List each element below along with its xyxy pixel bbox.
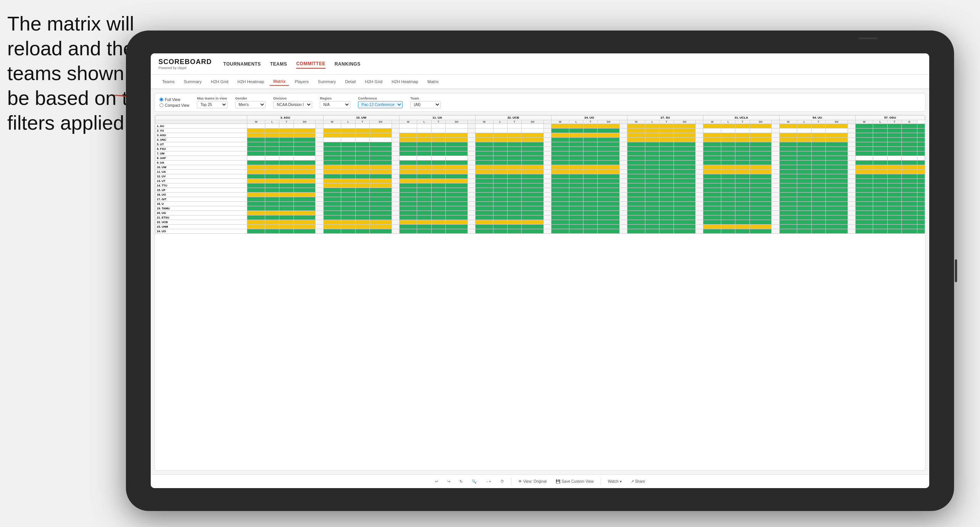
matrix-cell (507, 202, 521, 206)
matrix-cell (721, 170, 735, 174)
matrix-cell (569, 202, 583, 206)
watch-btn[interactable]: Watch ▾ (606, 478, 624, 485)
matrix-cell (659, 165, 674, 170)
matrix-cell (627, 156, 645, 161)
matrix-cell (659, 197, 674, 202)
matrix-cell (703, 129, 721, 133)
matrix-cell (475, 225, 493, 229)
nav-tournaments[interactable]: TOURNAMENTS (223, 60, 261, 68)
nav-rankings[interactable]: RANKINGS (335, 60, 361, 68)
col-spacer (620, 138, 627, 142)
subnav-h2h-heatmap-1[interactable]: H2H Heatmap (234, 78, 268, 85)
matrix-cell (355, 129, 369, 133)
matrix-cell (779, 161, 797, 165)
matrix-cell (825, 220, 848, 225)
matrix-cell (779, 220, 797, 225)
conference-select[interactable]: Pac-12 Conference (358, 101, 403, 108)
sub-l9: L (873, 120, 887, 124)
matrix-cell (475, 179, 493, 183)
col-spacer (772, 156, 779, 161)
full-view-radio[interactable]: Full View (160, 98, 189, 102)
matrix-cell (797, 229, 811, 234)
matrix-cell (247, 133, 265, 138)
matrix-area[interactable]: 3. ASU 10. UW 11. UA 22. UCB 24. UO 27. … (155, 115, 925, 471)
team-select[interactable]: (All) (410, 101, 441, 108)
full-view-input[interactable] (160, 98, 163, 101)
matrix-cell (598, 220, 620, 225)
subnav-summary-1[interactable]: Summary (180, 78, 205, 85)
subnav-h2h-grid-2[interactable]: H2H Grid (361, 78, 386, 85)
zoom-out-btn[interactable]: 🔍- (469, 478, 480, 485)
division-label: Division (273, 96, 312, 100)
nav-committee[interactable]: COMMITTEE (296, 59, 326, 69)
matrix-cell (750, 206, 772, 211)
save-custom-btn[interactable]: 💾 Save Custom View (553, 478, 596, 485)
matrix-cell (583, 179, 598, 183)
matrix-cell (873, 142, 887, 147)
subnav-teams[interactable]: Teams (158, 78, 178, 85)
matrix-cell (369, 129, 392, 133)
col-spacer (543, 211, 551, 215)
col-spacer (543, 170, 551, 174)
matrix-cell (645, 220, 659, 225)
matrix-cell-last (917, 197, 925, 202)
matrix-cell (279, 151, 293, 156)
save-custom-label: Save Custom View (561, 479, 593, 484)
subnav-h2h-heatmap-2[interactable]: H2H Heatmap (388, 78, 422, 85)
sub-w1: W (247, 120, 265, 124)
subnav-matrix-2[interactable]: Matrix (424, 78, 443, 85)
matrix-cell (779, 151, 797, 156)
undo-btn[interactable]: ↩ (433, 478, 440, 485)
region-select[interactable]: N/A (320, 101, 350, 108)
subnav-matrix[interactable]: Matrix (269, 77, 289, 86)
share-btn[interactable]: ↗ Share (629, 478, 648, 485)
subnav-h2h-grid-1[interactable]: H2H Grid (207, 78, 232, 85)
redo-btn[interactable]: ↪ (445, 478, 453, 485)
sub-x1 (316, 120, 323, 124)
col-spacer (392, 229, 399, 234)
col-spacer (696, 133, 703, 138)
matrix-cell (399, 211, 417, 215)
matrix-cell (721, 229, 735, 234)
matrix-cell (887, 133, 901, 138)
subnav-players[interactable]: Players (291, 78, 313, 85)
compact-view-input[interactable] (160, 103, 163, 107)
view-original-btn[interactable]: 👁 View: Original (516, 478, 549, 485)
division-select[interactable]: NCAA Division I (273, 101, 312, 108)
matrix-cell (797, 170, 811, 174)
matrix-cell (507, 142, 521, 147)
matrix-cell (703, 147, 721, 151)
matrix-cell (873, 229, 887, 234)
matrix-cell (323, 161, 341, 165)
refresh-btn[interactable]: ↻ (457, 478, 465, 485)
bottom-toolbar: ↩ ↪ ↻ 🔍- - + ⏱ 👁 View: Original 💾 Save C… (151, 474, 929, 488)
matrix-cell (569, 147, 583, 151)
matrix-cell (323, 183, 341, 188)
subnav-detail[interactable]: Detail (341, 78, 359, 85)
matrix-cell (475, 156, 493, 161)
matrix-cell (446, 202, 468, 206)
matrix-cell (247, 193, 265, 197)
matrix-cell (674, 170, 696, 174)
matrix-cell (431, 170, 445, 174)
matrix-cell (507, 133, 521, 138)
matrix-cell (431, 129, 445, 133)
matrix-cell (855, 170, 873, 174)
table-row: 20. UG (155, 211, 925, 215)
matrix-cell (721, 151, 735, 156)
clock-btn[interactable]: ⏱ (498, 478, 506, 485)
matrix-cell (399, 124, 417, 129)
matrix-cell (507, 188, 521, 193)
gender-select[interactable]: Men's Women's (235, 101, 266, 108)
zoom-controls[interactable]: - + (484, 478, 493, 485)
matrix-cell (674, 151, 696, 156)
max-teams-select[interactable]: Top 25 Top 50 (197, 101, 227, 108)
compact-view-radio[interactable]: Compact View (160, 103, 189, 108)
subnav-summary-2[interactable]: Summary (314, 78, 340, 85)
matrix-cell (507, 197, 521, 202)
matrix-cell (825, 193, 848, 197)
matrix-cell (887, 197, 901, 202)
matrix-cell (569, 161, 583, 165)
nav-teams[interactable]: TEAMS (270, 60, 287, 68)
matrix-cell (855, 183, 873, 188)
